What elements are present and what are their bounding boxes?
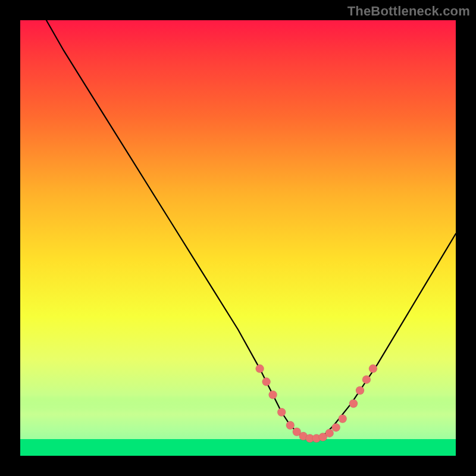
marker-point — [325, 429, 334, 437]
marker-point — [269, 391, 277, 399]
marker-point — [369, 365, 377, 373]
watermark-text: TheBottleneck.com — [347, 4, 470, 19]
highlighted-points — [256, 365, 377, 443]
marker-point — [339, 415, 347, 423]
bottleneck-curve — [46, 20, 456, 439]
marker-point — [332, 423, 340, 431]
chart-frame: TheBottleneck.com — [0, 0, 476, 476]
marker-point — [349, 399, 358, 408]
marker-point — [262, 378, 271, 386]
marker-point — [286, 421, 295, 430]
marker-point — [256, 365, 264, 373]
chart-svg — [20, 20, 456, 456]
marker-point — [277, 408, 286, 416]
marker-point — [362, 375, 371, 384]
marker-point — [356, 386, 364, 394]
plot-area — [20, 20, 456, 456]
